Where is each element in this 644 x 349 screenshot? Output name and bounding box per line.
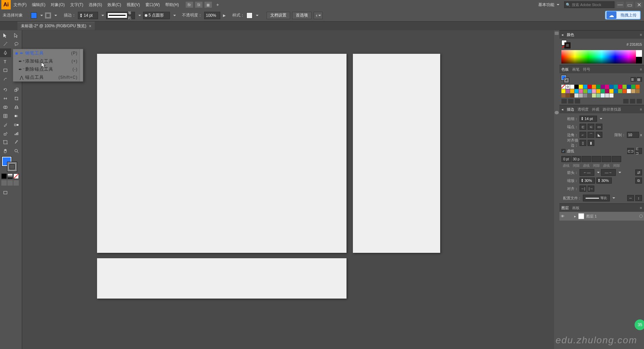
workspace-switcher[interactable]: 基本功能 [536,1,562,8]
draw-inside-btn[interactable] [13,180,19,186]
vertical-scrollbar[interactable] [554,30,559,349]
swatch[interactable] [574,93,579,98]
appearance-tab[interactable]: 外观 [592,107,599,112]
swatch[interactable] [579,85,583,89]
arrange-icon[interactable]: ▦ [204,2,212,8]
new-swatch-icon[interactable] [630,99,635,104]
rotate-tool[interactable] [0,85,11,94]
swatch[interactable] [618,89,622,93]
layers-tab[interactable]: 图层 [561,205,569,210]
gap-3[interactable] [612,156,621,162]
color-spectrum[interactable] [561,50,642,64]
swatch[interactable] [566,89,570,93]
stroke-profile-select2[interactable]: 等比 [583,195,610,201]
selection-tool[interactable] [0,31,11,40]
artboards-tab[interactable]: 画板 [572,205,580,210]
swatch[interactable] [583,89,587,93]
swatch[interactable] [574,89,579,93]
color-mode-btn[interactable] [1,173,7,179]
dash-2[interactable] [582,156,591,162]
swatch[interactable] [583,93,587,98]
panel-collapse-icon[interactable]: ◂ [561,107,563,112]
swatch[interactable] [566,85,570,89]
arrow-end-dd[interactable] [617,169,621,176]
swatch[interactable] [631,89,635,93]
swatch[interactable] [579,93,583,98]
document-tab[interactable]: 未标题-2* @ 100% (RGB/GPU 预览) × [17,22,95,30]
stock-icon[interactable]: St [195,2,202,8]
profile-flip-x[interactable]: ↔ [627,195,634,201]
stroke-weight-field[interactable]: ▲▼ 14 pt [580,116,597,122]
panel-menu-icon[interactable]: ≡ [640,206,642,210]
panel-collapse-icon[interactable]: ◂ [561,33,563,37]
stroke-box[interactable] [7,162,17,171]
swatch-list-view[interactable]: ≣ [631,77,636,82]
artboard-3[interactable] [97,258,347,299]
flyout-tearoff-handle[interactable] [80,49,83,81]
swatch[interactable] [601,85,605,89]
perspective-tool[interactable] [11,103,22,112]
pen-tool[interactable] [0,48,11,57]
swatch[interactable] [570,93,574,98]
new-group-icon[interactable] [623,99,629,104]
swatch[interactable] [623,89,627,93]
menu-object[interactable]: 对象(O) [48,2,67,8]
swatch[interactable] [605,89,609,93]
mesh-tool[interactable] [0,112,11,120]
preferences-button[interactable]: 首选项 [292,12,312,19]
style-swatch[interactable] [246,12,252,18]
flyout-anchor-tool[interactable]: ⋀ 锚点工具 (Shift+C) [13,73,80,81]
layer-name[interactable]: 图层 1 [586,214,597,219]
dash-3[interactable] [602,156,611,162]
hex-value[interactable]: 231815 [630,42,642,46]
arrow-scale-b[interactable]: ▲▼ 30% [596,178,612,184]
canvas-area[interactable] [22,30,559,349]
menu-effect[interactable]: 效果(C) [105,2,124,8]
symbols-tab[interactable]: 符号 [583,67,590,72]
swatch[interactable] [623,85,627,89]
artboard-tool[interactable] [0,138,11,147]
swatch[interactable] [561,85,565,89]
flyout-add-anchor-tool[interactable]: ✒⁺ 添加锚点工具 (+) [13,57,80,65]
column-graph-tool[interactable] [11,129,22,138]
artboard-2[interactable] [353,54,440,253]
visibility-icon[interactable]: 👁 [561,214,566,218]
transparency-tab[interactable]: 透明度 [578,107,589,112]
profile-flip-y[interactable]: ↕ [635,195,642,201]
tab-close-icon[interactable]: × [89,24,91,29]
swatch[interactable] [605,93,609,98]
arrow-align-tip[interactable]: →| [580,186,586,192]
swatch[interactable] [605,85,609,89]
panel-menu-icon[interactable]: ≡ [640,107,642,111]
menu-select[interactable]: 选择(S) [86,2,105,8]
stroke-tab[interactable]: 描边 [567,107,574,112]
gap-2[interactable] [592,156,601,162]
menu-type[interactable]: 文字(T) [67,2,86,8]
dash-preserve-btn[interactable]: ⊏⊐ [627,148,634,154]
align-menu-button[interactable]: ⫞ [314,12,323,19]
flyout-pen-tool[interactable]: ■ ✒ 钢笔工具 (P) [13,49,80,57]
swatch[interactable] [592,93,596,98]
scale-link[interactable]: ⧉ [635,178,642,184]
cap-square[interactable]: ▭ [596,124,602,130]
style-dd[interactable] [255,12,259,18]
swatch[interactable] [614,85,618,89]
free-transform-tool[interactable] [11,94,22,103]
menu-file[interactable]: 文件(F) [11,2,29,8]
delete-swatch-icon[interactable] [637,99,642,104]
shaper-tool[interactable] [0,75,11,83]
pathfinder-tab[interactable]: 路径查找器 [603,107,621,112]
swatch[interactable] [609,85,613,89]
draw-behind-btn[interactable] [7,180,13,186]
cap-butt[interactable]: ⊏ [580,124,586,130]
swatch-kind-icon[interactable] [568,99,573,104]
edit-toolbar-btn[interactable] [11,188,22,197]
lasso-tool[interactable] [11,40,22,48]
fill-swatch[interactable] [31,12,37,18]
zoom-tool[interactable] [11,147,22,155]
draw-normal-btn[interactable] [1,180,7,186]
swatch[interactable] [601,93,605,98]
dash-align-btn[interactable]: ⊏ ⊐ [635,148,642,154]
screen-mode-btn[interactable] [0,188,11,197]
swatch-options-icon[interactable] [575,99,580,104]
